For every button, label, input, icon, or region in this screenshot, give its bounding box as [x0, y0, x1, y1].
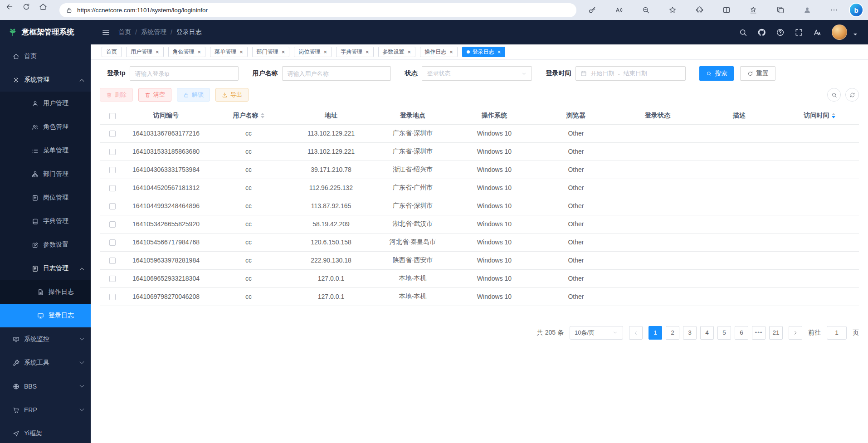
sidebar-item-system-tools[interactable]: 系统工具: [0, 351, 91, 375]
close-tab-icon[interactable]: ×: [198, 49, 201, 55]
search-icon[interactable]: [739, 28, 747, 37]
close-tab-icon[interactable]: ×: [156, 49, 159, 55]
back-icon[interactable]: [5, 3, 20, 18]
favorites-bar-icon[interactable]: [746, 3, 761, 18]
page-button-21[interactable]: 21: [769, 326, 783, 340]
export-button[interactable]: 导出: [215, 88, 249, 102]
sidebar-item-bbs[interactable]: BBS: [0, 375, 91, 398]
close-tab-icon[interactable]: ×: [497, 49, 501, 55]
row-checkbox[interactable]: [109, 149, 116, 155]
split-screen-icon[interactable]: [719, 3, 734, 18]
tab-dept-management[interactable]: 部门管理×: [252, 47, 290, 57]
row-checkbox[interactable]: [109, 239, 116, 246]
tab-post-management[interactable]: 岗位管理×: [294, 47, 332, 57]
browser-profile-icon[interactable]: [800, 3, 815, 18]
sidebar-item-login-log[interactable]: 登录日志: [0, 304, 91, 327]
sort-caret-icon[interactable]: [261, 113, 264, 118]
toggle-search-button[interactable]: [827, 88, 841, 102]
row-checkbox[interactable]: [109, 203, 116, 209]
unlock-button[interactable]: 解锁: [177, 88, 210, 102]
page-ellipsis[interactable]: •••: [752, 326, 766, 340]
close-tab-icon[interactable]: ×: [239, 49, 243, 55]
row-checkbox[interactable]: [109, 294, 116, 300]
tab-user-management[interactable]: 用户管理×: [126, 47, 164, 57]
breadcrumb-item[interactable]: 系统管理: [141, 28, 166, 36]
row-checkbox[interactable]: [109, 167, 116, 173]
tab-menu-management[interactable]: 菜单管理×: [210, 47, 248, 57]
menu-collapse-icon[interactable]: [102, 28, 110, 37]
tab-login-log[interactable]: 登录日志×: [462, 47, 506, 57]
sidebar-item-dept-management[interactable]: 部门管理: [0, 162, 91, 186]
prev-page-button[interactable]: [629, 326, 643, 340]
sidebar-item-log-management[interactable]: 日志管理: [0, 257, 91, 280]
search-button[interactable]: 搜索: [699, 66, 734, 81]
page-size-select[interactable]: 10条/页: [570, 326, 623, 340]
select-all-checkbox[interactable]: [109, 113, 116, 119]
sidebar-item-erp[interactable]: ERP: [0, 398, 91, 422]
page-button-2[interactable]: 2: [666, 326, 679, 340]
key-icon[interactable]: [585, 3, 600, 18]
page-button-6[interactable]: 6: [735, 326, 748, 340]
sidebar-item-role-management[interactable]: 角色管理: [0, 115, 91, 139]
sidebar-item-param-settings[interactable]: 参数设置: [0, 233, 91, 257]
reset-button[interactable]: 重置: [740, 66, 775, 81]
date-range-picker[interactable]: 开始日期 - 结束日期: [575, 66, 686, 81]
address-bar[interactable]: https://ccnetcore.com:1101/system/log/lo…: [59, 3, 576, 17]
row-checkbox[interactable]: [109, 258, 116, 264]
page-button-1[interactable]: 1: [649, 326, 662, 340]
page-button-4[interactable]: 4: [700, 326, 714, 340]
clear-button[interactable]: 清空: [138, 88, 171, 102]
sort-caret-icon[interactable]: [832, 113, 835, 118]
user-name-input[interactable]: [282, 66, 391, 81]
page-button-5[interactable]: 5: [717, 326, 731, 340]
sidebar-item-yi-framework[interactable]: Yi框架: [0, 422, 91, 443]
refresh-icon[interactable]: [22, 3, 37, 18]
help-icon[interactable]: [776, 28, 785, 37]
sidebar-item-system-management[interactable]: 系统管理: [0, 68, 91, 92]
sidebar-item-menu-management[interactable]: 菜单管理: [0, 139, 91, 162]
breadcrumb-item[interactable]: 首页: [118, 28, 131, 36]
row-checkbox[interactable]: [109, 276, 116, 282]
read-aloud-icon[interactable]: [611, 3, 626, 18]
collections-icon[interactable]: [773, 3, 788, 18]
tab-home[interactable]: 首页: [102, 47, 122, 57]
tab-operation-log[interactable]: 操作日志×: [420, 47, 458, 57]
browser-home-icon[interactable]: [39, 3, 54, 18]
user-avatar[interactable]: [832, 24, 847, 40]
tab-param-settings[interactable]: 参数设置×: [378, 47, 416, 57]
sidebar-item-system-monitor[interactable]: 系统监控: [0, 327, 91, 351]
close-tab-icon[interactable]: ×: [366, 49, 369, 55]
close-tab-icon[interactable]: ×: [408, 49, 411, 55]
goto-page-input[interactable]: [827, 326, 847, 340]
column-header[interactable]: 访问时间: [780, 107, 859, 124]
fullscreen-icon[interactable]: [795, 28, 803, 37]
row-checkbox[interactable]: [109, 131, 116, 137]
sidebar-item-home[interactable]: 首页: [0, 44, 91, 68]
font-size-icon[interactable]: [813, 28, 822, 37]
github-icon[interactable]: [757, 28, 766, 37]
next-page-button[interactable]: [789, 326, 802, 340]
row-checkbox[interactable]: [109, 185, 116, 191]
page-button-3[interactable]: 3: [683, 326, 697, 340]
close-tab-icon[interactable]: ×: [449, 49, 453, 55]
close-tab-icon[interactable]: ×: [323, 49, 327, 55]
status-select[interactable]: 登录状态: [422, 66, 532, 81]
sidebar-item-user-management[interactable]: 用户管理: [0, 92, 91, 115]
column-header[interactable]: 用户名称: [207, 107, 290, 124]
tab-dict-management[interactable]: 字典管理×: [336, 47, 374, 57]
close-tab-icon[interactable]: ×: [282, 49, 285, 55]
more-icon[interactable]: [827, 3, 842, 18]
favorites-icon[interactable]: [665, 3, 680, 18]
sidebar-item-post-management[interactable]: 岗位管理: [0, 186, 91, 209]
refresh-table-button[interactable]: [845, 88, 859, 102]
row-checkbox[interactable]: [109, 221, 116, 228]
zoom-out-icon[interactable]: [639, 3, 653, 18]
delete-button[interactable]: 删除: [100, 88, 133, 102]
tab-role-management[interactable]: 角色管理×: [168, 47, 206, 57]
sidebar-item-dict-management[interactable]: 字典管理: [0, 209, 91, 233]
caret-down-icon[interactable]: [853, 34, 857, 37]
login-ip-input[interactable]: [130, 66, 239, 81]
sidebar-item-operation-log[interactable]: 操作日志: [0, 280, 91, 304]
bing-copilot-icon[interactable]: b: [850, 4, 863, 16]
extension-icon[interactable]: [692, 3, 707, 18]
